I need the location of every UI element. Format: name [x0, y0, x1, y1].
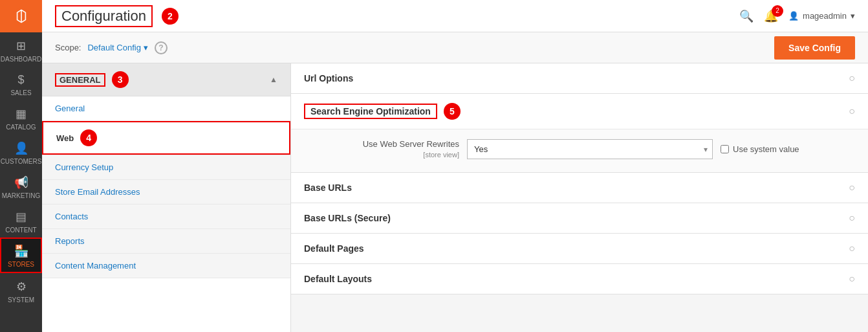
save-config-button[interactable]: Save Config — [774, 36, 855, 60]
seo-section-header[interactable]: Search Engine Optimization 5 ○ — [291, 94, 868, 129]
web-label: Web — [56, 133, 74, 143]
user-icon: 👤 — [788, 11, 799, 21]
step-badge-4: 4 — [80, 129, 97, 146]
scope-dropdown-arrow: ▾ — [144, 43, 148, 52]
seo-body: Use Web Server Rewrites [store view] Yes… — [291, 129, 868, 172]
content-icon: ▤ — [16, 210, 27, 224]
seo-title-wrap: Search Engine Optimization 5 — [304, 103, 461, 120]
search-icon[interactable]: 🔍 — [739, 9, 754, 23]
sidebar-item-marketing[interactable]: 📢 MARKETING — [0, 169, 42, 203]
section-base-urls[interactable]: Base URLs ○ — [291, 173, 868, 203]
step-badge-2: 2 — [162, 8, 179, 25]
top-right-actions: 🔍 🔔 2 👤 mageadmin ▾ — [739, 9, 855, 23]
catalog-icon: ▦ — [16, 107, 27, 121]
left-panel-item-store-email[interactable]: Store Email Addresses — [42, 180, 290, 205]
section-base-urls-secure[interactable]: Base URLs (Secure) ○ — [291, 203, 868, 234]
scope-value: Default Config — [87, 43, 140, 52]
section-default-pages[interactable]: Default Pages ○ — [291, 234, 868, 264]
sidebar-item-content[interactable]: ▤ CONTENT — [0, 203, 42, 238]
step-badge-3: 3 — [112, 71, 129, 88]
default-layouts-title: Default Layouts — [304, 274, 372, 284]
content-area: GENERAL 3 ▲ General Web 4 Currency Setup — [42, 63, 868, 332]
notifications-button[interactable]: 🔔 2 — [764, 9, 778, 23]
user-menu[interactable]: 👤 mageadmin ▾ — [788, 11, 855, 21]
general-section-header[interactable]: GENERAL 3 ▲ — [42, 63, 290, 96]
section-default-layouts[interactable]: Default Layouts ○ — [291, 264, 868, 294]
sidebar-item-sales[interactable]: $ SALES — [0, 67, 42, 100]
base-urls-expand-icon: ○ — [849, 182, 855, 194]
system-icon: ⚙ — [16, 280, 27, 294]
scope-area: Scope: Default Config ▾ ? — [55, 41, 168, 54]
seo-title: Search Engine Optimization — [304, 104, 437, 119]
user-dropdown-arrow: ▾ — [851, 11, 855, 21]
use-system-value: Use system value — [721, 144, 799, 154]
web-sub-items: Currency Setup Store Email Addresses Con… — [42, 155, 290, 278]
default-layouts-expand-icon: ○ — [849, 273, 855, 285]
customers-icon: 👤 — [14, 141, 28, 155]
base-urls-title: Base URLs — [304, 183, 352, 193]
page-title: Configuration — [55, 5, 153, 27]
sidebar-item-catalog[interactable]: ▦ CATALOG — [0, 100, 42, 135]
base-urls-secure-expand-icon: ○ — [849, 212, 855, 224]
sidebar-item-label: CUSTOMERS — [1, 158, 42, 165]
rewrites-label: Use Web Server Rewrites [store view] — [304, 138, 459, 160]
sidebar-item-customers[interactable]: 👤 CUSTOMERS — [0, 135, 42, 169]
sidebar-item-label: STORES — [8, 261, 34, 268]
scope-label: Scope: — [55, 43, 81, 52]
left-panel-item-reports[interactable]: Reports — [42, 229, 290, 254]
page-title-area: Configuration 2 — [55, 5, 179, 27]
general-section-title: GENERAL 3 — [55, 71, 129, 88]
sidebar-item-label: SYSTEM — [8, 296, 34, 304]
sidebar-item-label: CONTENT — [5, 227, 36, 234]
left-panel-item-contacts[interactable]: Contacts — [42, 205, 290, 229]
section-url-options[interactable]: Url Options ○ — [291, 63, 868, 94]
seo-expand-icon: ○ — [849, 105, 855, 117]
username: mageadmin — [803, 11, 847, 21]
left-panel-item-content-mgmt[interactable]: Content Management — [42, 254, 290, 278]
notifications-badge: 2 — [772, 5, 783, 17]
left-panel-item-web[interactable]: Web 4 — [42, 121, 290, 155]
section-seo: Search Engine Optimization 5 ○ Use Web S… — [291, 94, 868, 173]
sidebar-item-system[interactable]: ⚙ SYSTEM — [0, 273, 42, 307]
use-system-label: Use system value — [733, 144, 799, 154]
sidebar-item-label: MARKETING — [2, 192, 40, 199]
rewrites-select-wrapper: Yes No ▾ — [467, 139, 713, 159]
sidebar-item-label: DASHBOARD — [1, 56, 41, 63]
rewrites-form-row: Use Web Server Rewrites [store view] Yes… — [304, 138, 855, 160]
use-system-checkbox[interactable] — [721, 145, 729, 153]
step-badge-5: 5 — [444, 103, 461, 120]
url-options-title: Url Options — [304, 73, 353, 83]
magento-logo[interactable] — [0, 0, 42, 32]
left-panel-item-general[interactable]: General — [42, 96, 290, 121]
left-panel: GENERAL 3 ▲ General Web 4 Currency Setup — [42, 63, 291, 332]
sidebar: ⊞ DASHBOARD $ SALES ▦ CATALOG 👤 CUSTOMER… — [0, 0, 42, 332]
dashboard-icon: ⊞ — [16, 39, 26, 53]
marketing-icon: 📢 — [14, 175, 28, 190]
general-label: GENERAL — [55, 73, 105, 87]
default-pages-title: Default Pages — [304, 243, 364, 254]
general-chevron: ▲ — [270, 75, 277, 84]
url-options-expand-icon: ○ — [849, 72, 855, 84]
sidebar-item-stores[interactable]: 🏪 STORES — [0, 238, 42, 273]
stores-icon: 🏪 — [14, 244, 28, 258]
sales-icon: $ — [17, 73, 24, 87]
main-area: Configuration 2 🔍 🔔 2 👤 mageadmin ▾ Scop… — [42, 0, 868, 332]
rewrites-select[interactable]: Yes No — [467, 139, 713, 159]
left-panel-item-currency[interactable]: Currency Setup — [42, 155, 290, 180]
scope-select[interactable]: Default Config ▾ — [87, 43, 147, 52]
help-icon[interactable]: ? — [155, 41, 168, 54]
default-pages-expand-icon: ○ — [849, 243, 855, 254]
base-urls-secure-title: Base URLs (Secure) — [304, 213, 391, 223]
top-header: Configuration 2 🔍 🔔 2 👤 mageadmin ▾ — [42, 0, 868, 32]
sidebar-item-dashboard[interactable]: ⊞ DASHBOARD — [0, 32, 42, 67]
sidebar-item-label: CATALOG — [6, 124, 36, 131]
sidebar-item-label: SALES — [10, 89, 31, 96]
right-panel: Url Options ○ Search Engine Optimization… — [291, 63, 868, 332]
sub-header: Scope: Default Config ▾ ? Save Config — [42, 32, 868, 63]
